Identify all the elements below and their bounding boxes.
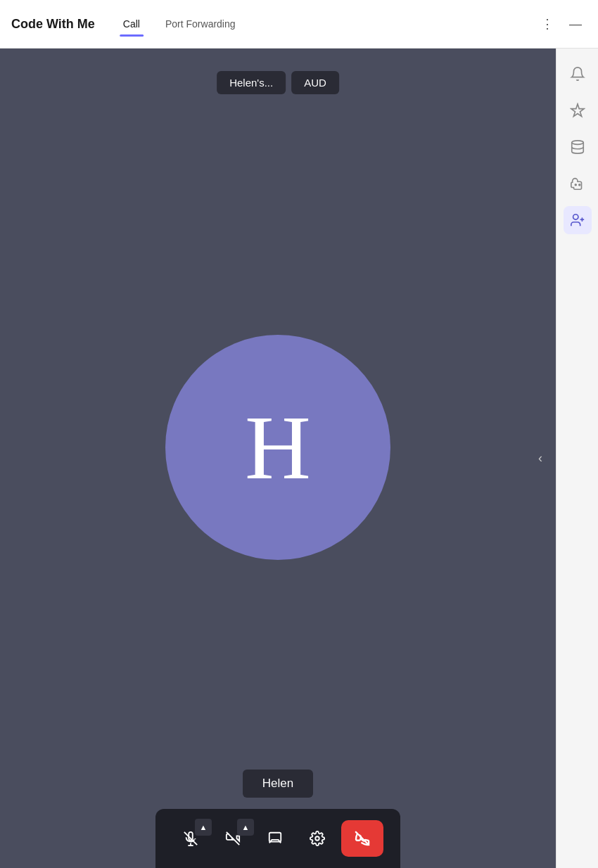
add-user-button[interactable] (564, 206, 592, 234)
more-icon: ⋮ (541, 16, 554, 32)
svg-point-6 (575, 184, 576, 186)
settings-button[interactable] (299, 820, 336, 857)
call-bottom: Helen ▲ (0, 770, 556, 868)
avatar-letter: H (245, 402, 311, 493)
svg-point-5 (571, 141, 583, 145)
plugins-icon (570, 176, 585, 191)
right-sidebar (556, 49, 598, 868)
header-actions: ⋮ — (536, 13, 587, 35)
gear-icon (310, 831, 325, 846)
minimize-icon: — (569, 17, 582, 32)
add-user-icon (570, 212, 585, 228)
phone-hang-up-icon (355, 831, 370, 846)
call-top-bar: Helen's... AUD (217, 71, 339, 94)
ai-assistant-button[interactable] (564, 96, 592, 125)
video-group: ▲ (215, 820, 251, 857)
mute-chevron-button[interactable]: ▲ (195, 819, 212, 836)
controls-bar: ▲ ▲ (155, 809, 400, 868)
tab-port-forwarding[interactable]: Port Forwarding (154, 13, 247, 35)
plugins-button[interactable] (564, 170, 592, 198)
chat-icon (267, 831, 283, 846)
svg-point-4 (315, 836, 319, 841)
avatar: H (165, 335, 390, 560)
header-tabs: Call Port Forwarding (112, 13, 536, 35)
tab-call[interactable]: Call (112, 13, 151, 35)
notifications-button[interactable] (564, 60, 592, 88)
sparkle-icon (570, 103, 585, 118)
chat-button[interactable] (257, 820, 293, 857)
chevron-up-icon: ▲ (242, 823, 250, 831)
avatar-container: H (165, 335, 390, 560)
end-call-button[interactable] (341, 820, 383, 857)
database-button[interactable] (564, 133, 592, 161)
app-title: Code With Me (11, 17, 95, 32)
video-chevron-button[interactable]: ▲ (237, 819, 254, 836)
minimize-button[interactable]: — (564, 13, 587, 35)
caller-name: Helen (243, 770, 313, 798)
helens-button[interactable]: Helen's... (217, 71, 286, 94)
aud-button[interactable]: AUD (291, 71, 339, 94)
header: Code With Me Call Port Forwarding ⋮ — (0, 0, 598, 49)
main-layout: Helen's... AUD H ‹ Helen (0, 49, 598, 868)
collapse-panel-button[interactable]: ‹ (530, 449, 550, 468)
mute-group: ▲ (172, 820, 209, 857)
chevron-up-icon: ▲ (200, 823, 208, 831)
svg-point-7 (578, 184, 580, 186)
svg-point-8 (573, 215, 578, 219)
more-menu-button[interactable]: ⋮ (536, 13, 559, 35)
call-area: Helen's... AUD H ‹ Helen (0, 49, 556, 868)
bell-icon (570, 66, 585, 82)
database-icon (570, 139, 585, 155)
chevron-left-icon: ‹ (538, 451, 542, 466)
